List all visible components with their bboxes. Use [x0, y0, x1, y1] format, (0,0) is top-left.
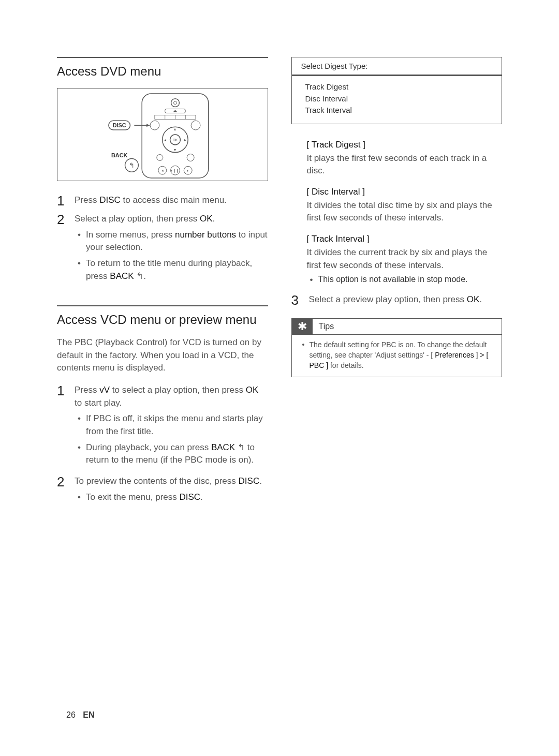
step-number: 1 [57, 194, 66, 207]
digest-header: Select Digest Type: [292, 57, 502, 76]
page-number: 26 [66, 710, 76, 719]
svg-point-10 [191, 121, 200, 130]
sub-item: If PBC is off, it skips the menu and sta… [75, 412, 268, 438]
digest-option: Disc Interval [305, 93, 489, 105]
digest-option: Track Interval [305, 105, 489, 116]
definition-block: [ Track Digest ] It plays the first few … [307, 140, 503, 177]
right-step: 3 Select a preview play option, then pre… [291, 293, 503, 307]
svg-text:↰: ↰ [129, 161, 135, 169]
back-label: BACK [111, 153, 128, 159]
disc-label: DISC [113, 122, 126, 128]
sub-item: This option is not available in stop mod… [307, 275, 503, 284]
svg-point-9 [150, 121, 159, 130]
definition-desc: It divides the total disc time by six an… [307, 199, 503, 225]
vcd-intro: The PBC (Playback Control) for VCD is tu… [57, 336, 268, 375]
svg-point-19 [157, 155, 163, 161]
svg-text:◂: ◂ [164, 138, 166, 142]
svg-marker-12 [146, 124, 150, 127]
svg-text:▴: ▴ [174, 127, 176, 131]
step-text: Press vV to select a play option, then p… [75, 384, 268, 470]
step-number: 3 [291, 293, 301, 307]
dvd-steps: 1 Press DISC to access disc main menu. 2… [57, 194, 268, 286]
definition-desc: It plays the first few seconds of each t… [307, 152, 503, 177]
asterisk-icon: ✱ [292, 319, 313, 334]
svg-marker-4 [173, 110, 178, 112]
sub-item: To return to the title menu during playb… [75, 257, 268, 283]
svg-text:▸❙❙: ▸❙❙ [171, 169, 179, 173]
page-lang: EN [83, 710, 94, 719]
definition-block: [ Track Interval ] It divides the curren… [307, 234, 503, 284]
step-number: 1 [57, 384, 66, 470]
digest-type-box: Select Digest Type: Track Digest Disc In… [291, 57, 503, 124]
sub-item: During playback, you can press BACK ↰ to… [75, 441, 268, 467]
tips-label: Tips [313, 319, 341, 334]
svg-point-2 [174, 101, 177, 105]
definition-title: [ Disc Interval ] [307, 187, 503, 197]
digest-option: Track Digest [305, 81, 489, 93]
vcd-steps: 1 Press vV to select a play option, then… [57, 384, 268, 507]
svg-text:◂: ◂ [161, 169, 164, 172]
remote-diagram: OK ▴ ▾ ◂ ▸ ↰ ◂ ▸❙❙ ▸ [57, 88, 268, 181]
step-text: Press DISC to access disc main menu. [75, 194, 268, 207]
sub-item: To exit the menu, press DISC. [75, 491, 268, 504]
tips-box: ✱ Tips The default setting for PBC is on… [291, 318, 503, 377]
ok-label: OK [172, 138, 178, 142]
svg-point-20 [187, 154, 194, 161]
section-title-dvd: Access DVD menu [57, 64, 268, 79]
definition-desc: It divides the current track by six and … [307, 246, 503, 272]
svg-text:▸: ▸ [184, 138, 186, 142]
step-text: Select a play option, then press OK. In … [75, 213, 268, 286]
page-footer: 26 EN [66, 710, 94, 720]
svg-text:▾: ▾ [174, 147, 176, 152]
definition-block: [ Disc Interval ] It divides the total d… [307, 187, 503, 225]
definition-title: [ Track Interval ] [307, 234, 503, 244]
step-text: To preview the contents of the disc, pre… [75, 475, 268, 507]
svg-rect-0 [142, 94, 209, 178]
definition-title: [ Track Digest ] [307, 140, 503, 150]
sub-item: In some menus, press number buttons to i… [75, 229, 268, 254]
svg-point-1 [171, 99, 180, 107]
step-number: 2 [57, 213, 66, 286]
section-title-vcd: Access VCD menu or preview menu [57, 313, 268, 327]
step-text: Select a preview play option, then press… [309, 293, 503, 307]
step-number: 2 [57, 475, 66, 507]
tips-text: The default setting for PBC is on. To ch… [300, 340, 494, 370]
svg-text:▸: ▸ [187, 169, 189, 172]
